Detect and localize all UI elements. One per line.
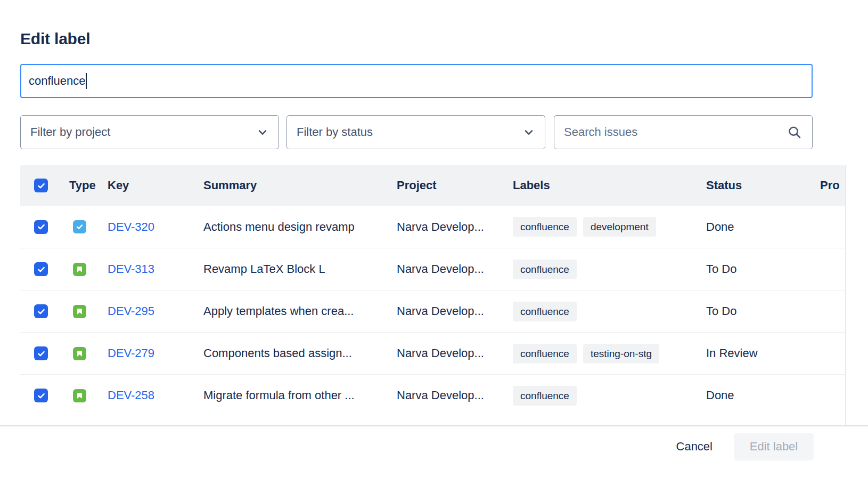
- table-header-row: Type Key Summary Project Labels Status P…: [20, 165, 845, 206]
- task-check-glyph: [76, 223, 84, 231]
- search-issues-input[interactable]: [564, 116, 787, 149]
- filter-by-project-placeholder: Filter by project: [30, 125, 110, 139]
- label-pill: confluence: [513, 344, 577, 363]
- issue-project: Narva Develop...: [397, 262, 513, 276]
- footer-divider: [0, 425, 868, 426]
- label-pill: development: [583, 217, 656, 237]
- label-pill: confluence: [513, 386, 577, 406]
- column-header-status: Status: [706, 179, 820, 192]
- label-pill: confluence: [513, 217, 577, 237]
- edit-label-button[interactable]: Edit label: [734, 433, 814, 460]
- issue-status: To Do: [706, 262, 820, 276]
- story-bookmark-glyph: [76, 308, 83, 315]
- text-cursor: [86, 73, 87, 89]
- table-row: DEV-258 Migrate formula from other ... N…: [20, 374, 845, 416]
- story-bookmark-glyph: [76, 266, 83, 273]
- issue-labels: confluencetesting-on-stg: [513, 344, 706, 363]
- row-checkbox[interactable]: [34, 220, 48, 234]
- story-bookmark-glyph: [76, 392, 83, 399]
- issue-status: To Do: [706, 304, 820, 318]
- story-icon: [73, 263, 86, 276]
- story-bookmark-glyph: [76, 350, 83, 357]
- chevron-down-icon: [522, 126, 535, 139]
- column-header-clipped: Pro: [820, 179, 845, 192]
- story-icon: [73, 389, 86, 402]
- cancel-button[interactable]: Cancel: [673, 440, 716, 454]
- row-checkbox[interactable]: [34, 389, 48, 402]
- column-header-project: Project: [397, 179, 513, 192]
- table-body: DEV-320 Actions menu design revamp Narva…: [20, 206, 845, 416]
- issue-project: Narva Develop...: [397, 389, 513, 402]
- issue-status: Done: [706, 389, 820, 402]
- filter-by-project-select[interactable]: Filter by project: [20, 115, 279, 149]
- column-header-summary: Summary: [203, 179, 397, 192]
- issue-labels: confluence: [513, 302, 706, 321]
- modal-footer: Cancel Edit label: [673, 433, 814, 460]
- filter-by-status-select[interactable]: Filter by status: [286, 115, 545, 149]
- label-input-value: confluence: [29, 74, 85, 88]
- issue-status: Done: [706, 220, 820, 234]
- issue-labels: confluencedevelopment: [513, 217, 706, 237]
- issue-key-link[interactable]: DEV-320: [108, 220, 154, 233]
- filter-by-status-placeholder: Filter by status: [297, 125, 373, 139]
- issue-key-link[interactable]: DEV-258: [108, 389, 154, 402]
- task-icon: [73, 220, 86, 233]
- issue-summary: Apply templates when crea...: [203, 304, 397, 318]
- issue-key-link[interactable]: DEV-313: [108, 262, 154, 276]
- issue-summary: Actions menu design revamp: [203, 220, 397, 234]
- label-input[interactable]: confluence: [20, 64, 813, 98]
- check-icon: [37, 349, 46, 358]
- story-icon: [73, 347, 86, 360]
- chevron-down-icon: [256, 126, 269, 139]
- check-icon: [37, 391, 46, 400]
- table-row: DEV-320 Actions menu design revamp Narva…: [20, 206, 845, 248]
- issue-key-link[interactable]: DEV-295: [108, 304, 154, 318]
- check-icon: [37, 181, 46, 190]
- check-icon: [37, 307, 46, 316]
- label-pill: confluence: [513, 302, 577, 321]
- row-checkbox[interactable]: [34, 346, 48, 360]
- column-header-type: Type: [69, 179, 108, 192]
- issue-summary: Components based assign...: [203, 346, 397, 360]
- issue-project: Narva Develop...: [397, 304, 513, 318]
- table-row: DEV-313 Revamp LaTeX Block L Narva Devel…: [20, 248, 845, 290]
- issue-labels: confluence: [513, 260, 706, 279]
- table-row: DEV-279 Components based assign... Narva…: [20, 332, 845, 374]
- label-pill: confluence: [513, 260, 577, 279]
- modal-title: Edit label: [20, 30, 90, 48]
- row-checkbox[interactable]: [34, 262, 48, 276]
- check-icon: [37, 222, 46, 231]
- row-checkbox[interactable]: [34, 304, 48, 318]
- issue-labels: confluence: [513, 386, 706, 406]
- table-row: DEV-295 Apply templates when crea... Nar…: [20, 290, 845, 332]
- search-issues-box: [554, 115, 813, 149]
- issues-table: Type Key Summary Project Labels Status P…: [20, 165, 846, 426]
- story-icon: [73, 305, 86, 318]
- label-pill: testing-on-stg: [583, 344, 659, 363]
- search-icon: [787, 124, 803, 140]
- issue-summary: Revamp LaTeX Block L: [203, 262, 397, 276]
- issue-project: Narva Develop...: [397, 346, 513, 360]
- issue-project: Narva Develop...: [397, 220, 513, 234]
- issue-key-link[interactable]: DEV-279: [108, 346, 154, 360]
- column-header-labels: Labels: [513, 179, 706, 192]
- issue-summary: Migrate formula from other ...: [203, 389, 397, 402]
- issue-status: In Review: [706, 346, 820, 360]
- column-header-key: Key: [108, 179, 203, 192]
- check-icon: [37, 265, 46, 274]
- select-all-checkbox[interactable]: [34, 179, 48, 192]
